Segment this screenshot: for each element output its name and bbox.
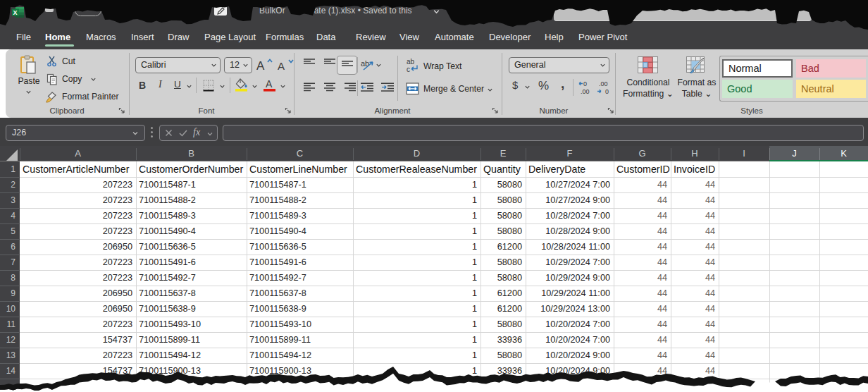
svg-text:A: A: [266, 78, 273, 90]
svg-text:0: 0: [605, 88, 609, 95]
svg-text:.00: .00: [599, 80, 608, 87]
svg-text:.00: .00: [581, 88, 590, 95]
svg-text:c: c: [407, 66, 410, 73]
svg-text:ab: ab: [407, 58, 415, 66]
svg-text:0: 0: [583, 80, 587, 87]
svg-text:A: A: [256, 59, 265, 73]
svg-text:A: A: [278, 60, 285, 72]
